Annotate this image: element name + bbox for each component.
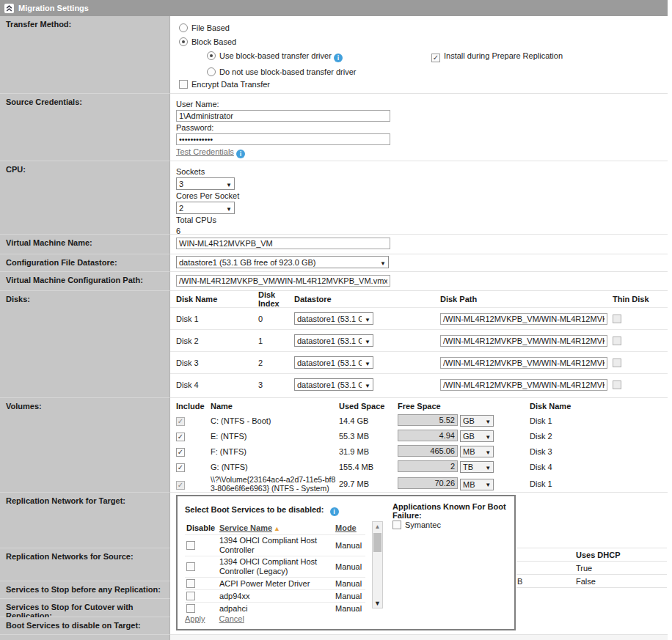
password-input[interactable] (176, 133, 390, 145)
include-checkbox[interactable] (176, 433, 185, 441)
no-driver-radio[interactable] (207, 67, 216, 76)
free-space-input (398, 414, 458, 426)
volumes-header-include: Include (170, 402, 211, 411)
uses-dhcp-value: False (576, 577, 596, 586)
disable-checkbox[interactable] (186, 541, 195, 550)
config-path-input[interactable] (176, 275, 390, 287)
volume-used: 31.9 MB (339, 447, 398, 456)
volume-name: E: (NTFS) (211, 432, 339, 441)
disks-header-name: Disk Name (170, 295, 258, 304)
disk-path-input[interactable] (440, 335, 607, 347)
free-space-input (398, 460, 458, 472)
apps-boot-failure-title: Applications Known For Boot Failure: (392, 502, 514, 520)
free-space-input (398, 445, 458, 457)
scroll-down-icon[interactable]: ▼ (373, 600, 382, 607)
disable-checkbox[interactable] (186, 562, 195, 571)
transfer-method-label: Transfer Method: (0, 16, 170, 94)
free-space-unit-select[interactable]: TB (460, 461, 494, 473)
app-item: Symantec (392, 521, 441, 529)
service-name-sort-link[interactable]: Service Name (219, 523, 272, 532)
chevron-down-icon (362, 336, 370, 345)
volumes-header-free: Free Space (398, 402, 530, 411)
collapse-icon[interactable] (4, 4, 14, 13)
use-driver-radio[interactable] (207, 51, 216, 60)
scroll-up-icon[interactable]: ▲ (373, 523, 382, 530)
include-checkbox[interactable] (176, 463, 185, 472)
mode-sort-link[interactable]: Mode (335, 523, 357, 532)
free-space-unit-select[interactable]: GB (460, 415, 494, 427)
service-mode: Manual (335, 579, 365, 589)
chevron-down-icon (377, 258, 386, 267)
service-name: adpahci (219, 604, 335, 614)
transfer-method-row: Transfer Method: File Based Block Based … (0, 16, 668, 94)
scrollbar-thumb[interactable] (373, 533, 381, 552)
titlebar: Migration Settings (0, 0, 668, 16)
disk-datastore-select[interactable]: datastore1 (53.1 GE (294, 334, 373, 347)
encrypt-checkbox[interactable] (179, 80, 188, 89)
disks-header-datastore: Datastore (294, 295, 440, 304)
file-based-radio[interactable] (179, 23, 188, 32)
username-input[interactable] (176, 110, 390, 122)
boot-services-table: Disable Service Name Mode 1394 OHCI Comp… (185, 521, 365, 614)
boot-services-dialog: Select Boot Services to be disabled: App… (176, 495, 516, 630)
cores-select[interactable]: 2 (176, 202, 235, 214)
free-space-unit-select[interactable]: MB (460, 446, 494, 457)
chevron-down-icon (482, 479, 491, 490)
volume-name: F: (NTFS) (211, 447, 339, 456)
install-prepare-checkbox[interactable] (431, 54, 440, 62)
disk-path-input[interactable] (440, 379, 607, 391)
disable-checkbox[interactable] (186, 592, 195, 600)
disable-checkbox[interactable] (186, 604, 195, 613)
disable-checkbox[interactable] (186, 579, 195, 588)
disk-datastore-select[interactable]: datastore1 (53.1 GE (294, 356, 373, 369)
info-icon[interactable] (330, 507, 339, 516)
network-row: True (516, 562, 667, 575)
info-icon[interactable] (334, 54, 343, 62)
symantec-label: Symantec (405, 521, 441, 529)
volume-used: 55.3 MB (339, 432, 398, 441)
service-row: adp94xx Manual (185, 589, 365, 602)
volume-disk: Disk 4 (530, 463, 668, 471)
chevron-down-icon (362, 358, 370, 367)
chevron-down-icon (482, 447, 491, 456)
sockets-select[interactable]: 3 (176, 177, 235, 190)
vm-name-row: Virtual Machine Name: (0, 235, 668, 254)
info-icon[interactable] (236, 150, 245, 158)
include-checkbox[interactable] (176, 448, 185, 457)
disk-datastore-select[interactable]: datastore1 (53.1 GE (294, 378, 373, 391)
network-row: BFalse (516, 575, 667, 588)
disk-name: Disk 2 (170, 336, 258, 345)
free-space-unit-select[interactable]: GB (460, 430, 494, 442)
services-scrollbar[interactable]: ▲ ▼ (372, 521, 383, 608)
volume-row: G: (NTFS) 155.4 MB TB Disk 4 (170, 459, 668, 474)
disk-datastore-select[interactable]: datastore1 (53.1 GE (294, 312, 373, 325)
block-based-radio[interactable] (179, 37, 188, 46)
test-credentials-link[interactable]: Test Credentials (176, 147, 234, 156)
volume-name: C: (NTFS - Boot) (211, 416, 339, 425)
thin-disk-checkbox (613, 358, 621, 367)
volume-disk: Disk 1 (530, 479, 668, 488)
config-datastore-select[interactable]: datastore1 (53.1 GB free of 923.0 GB) (176, 256, 389, 268)
thin-disk-checkbox (613, 336, 621, 345)
volume-name: G: (NTFS) (211, 463, 339, 471)
vm-name-label: Virtual Machine Name: (0, 235, 170, 254)
no-driver-label: Do not use block-based transfer driver (219, 67, 356, 76)
boot-services-disable-label: Boot Services to disable on Target: (0, 617, 170, 635)
apply-link[interactable]: Apply (185, 614, 205, 623)
disk-index: 0 (258, 315, 294, 323)
install-prepare-label: Install during Prepare Replication (444, 51, 563, 60)
cancel-link[interactable]: Cancel (219, 614, 244, 623)
symantec-checkbox[interactable] (392, 521, 401, 529)
sockets-label: Sockets (176, 167, 668, 176)
thin-disk-checkbox (613, 380, 621, 389)
config-path-row: Virtual Machine Configuration Path: (0, 272, 668, 291)
vm-name-input[interactable] (176, 238, 390, 249)
volume-used: 14.4 GB (339, 416, 398, 425)
disk-path-input[interactable] (440, 313, 607, 325)
volumes-header-used: Used Space (339, 402, 398, 411)
disk-path-input[interactable] (440, 357, 607, 369)
thin-disk-checkbox (613, 315, 621, 323)
cpu-row: CPU: Sockets 3 Cores Per Socket 2 Total … (0, 161, 668, 235)
disks-row: Disks: Disk Name Disk Index Datastore Di… (0, 291, 668, 398)
free-space-unit-select[interactable]: MB (460, 479, 494, 490)
